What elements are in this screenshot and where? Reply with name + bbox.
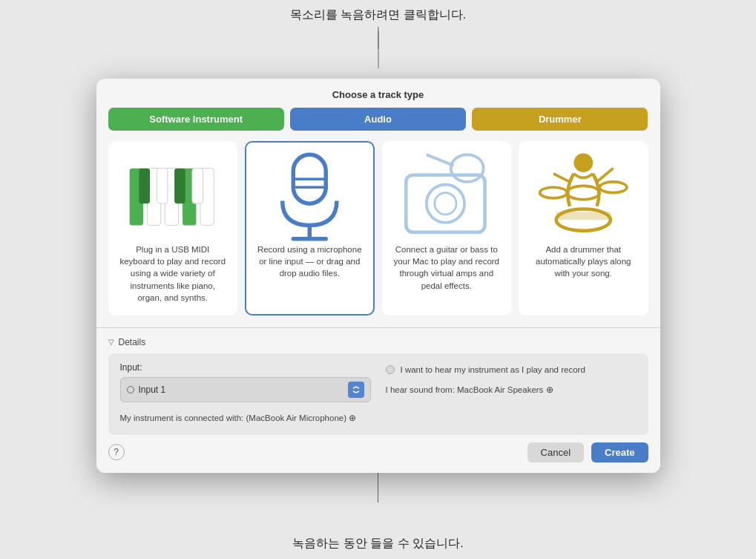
guitar-desc: Connect a guitar or bass to your Mac to … — [392, 243, 502, 291]
svg-rect-6 — [157, 169, 168, 204]
drummer-button[interactable]: Drummer — [472, 108, 648, 131]
track-cards: Plug in a USB MIDI keyboard to play and … — [96, 141, 660, 327]
input-stepper[interactable] — [348, 382, 364, 398]
drummer-icon — [529, 154, 638, 236]
svg-rect-5 — [139, 169, 150, 204]
bottom-annotation: 녹음하는 동안 들을 수 있습니다. — [292, 536, 463, 552]
svg-point-15 — [426, 185, 464, 223]
svg-point-24 — [573, 153, 593, 172]
svg-point-17 — [450, 154, 483, 182]
footer-buttons: Cancel Create — [527, 442, 648, 462]
create-button[interactable]: Create — [591, 442, 648, 462]
bottom-indicator-line — [378, 473, 378, 503]
input-label: Input: — [120, 362, 371, 373]
track-type-buttons: Software Instrument Audio Drummer — [96, 108, 660, 141]
hear-checkbox-row[interactable]: I want to hear my instrument as I play a… — [386, 365, 637, 374]
guitar-icon — [392, 154, 502, 236]
software-instrument-desc: Plug in a USB MIDI keyboard to play and … — [119, 243, 228, 303]
cancel-button[interactable]: Cancel — [527, 442, 584, 462]
details-left: Input: Input 1 My instrument is connecte… — [120, 362, 371, 423]
input-value: Input 1 — [139, 385, 344, 395]
svg-point-21 — [540, 187, 568, 198]
svg-rect-8 — [191, 169, 203, 204]
hear-sound-text: I hear sound from: MacBook Air Speakers … — [386, 385, 637, 395]
drummer-card[interactable]: Add a drummer that automatically plays a… — [519, 141, 648, 315]
audio-button[interactable]: Audio — [290, 108, 466, 131]
hear-label: I want to hear my instrument as I play a… — [401, 365, 585, 374]
audio-card[interactable]: Record using a microphone or line input … — [245, 141, 375, 315]
details-section: ▽ Details Input: Input 1 My instrum — [96, 327, 660, 435]
details-right: I want to hear my instrument as I play a… — [386, 362, 637, 423]
bottom-annotation-text: 녹음하는 동안 들을 수 있습니다. — [292, 537, 463, 549]
software-instrument-icon — [119, 154, 228, 236]
details-chevron-icon: ▽ — [108, 338, 114, 346]
top-annotation-text: 목소리를 녹음하려면 클릭합니다. — [290, 7, 466, 23]
drummer-desc: Add a drummer that automatically plays a… — [529, 243, 638, 279]
svg-rect-7 — [174, 169, 185, 204]
microphone-icon — [255, 154, 364, 236]
svg-point-23 — [567, 186, 599, 199]
audio-desc: Record using a microphone or line input … — [255, 243, 364, 279]
connected-text: My instrument is connected with: (MacBoo… — [120, 413, 371, 423]
input-select-wrap[interactable]: Input 1 — [120, 377, 371, 402]
top-annotation: 목소리를 녹음하려면 클릭합니다. — [290, 7, 466, 23]
software-instrument-card[interactable]: Plug in a USB MIDI keyboard to play and … — [108, 141, 238, 315]
details-toggle-label: Details — [119, 337, 146, 347]
dialog: Choose a track type Software Instrument … — [96, 79, 660, 472]
details-panel: Input: Input 1 My instrument is connecte… — [108, 353, 648, 435]
details-toggle[interactable]: ▽ Details — [108, 334, 648, 353]
software-instrument-button[interactable]: Software Instrument — [108, 108, 284, 131]
input-circle-indicator — [127, 386, 134, 393]
svg-point-22 — [599, 182, 627, 193]
dialog-footer: ? Cancel Create — [96, 435, 660, 473]
dialog-title: Choose a track type — [96, 79, 660, 108]
guitar-card[interactable]: Connect a guitar or bass to your Mac to … — [382, 141, 512, 315]
svg-line-26 — [553, 174, 570, 182]
hear-checkbox[interactable] — [386, 365, 395, 374]
svg-line-25 — [597, 169, 614, 182]
svg-point-16 — [434, 193, 456, 215]
svg-line-18 — [426, 154, 453, 166]
svg-rect-20 — [556, 212, 611, 220]
help-button[interactable]: ? — [108, 444, 125, 460]
